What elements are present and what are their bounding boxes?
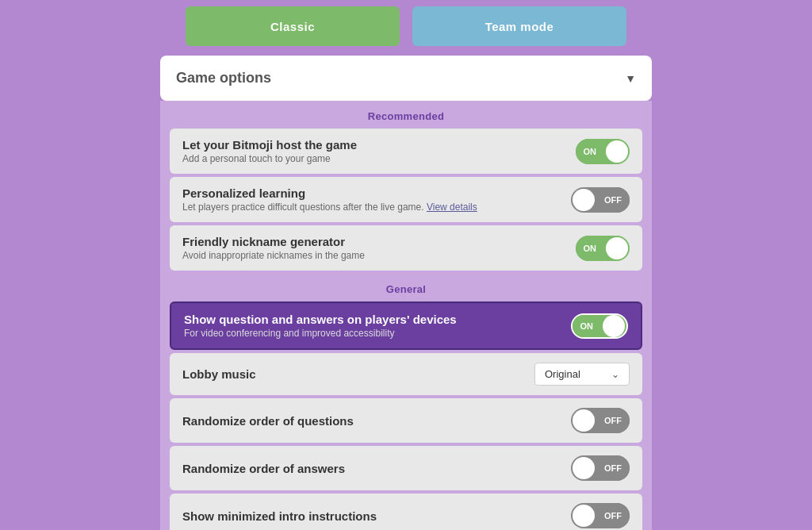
toggle-thumb: [606, 237, 628, 259]
recommended-section-label: Recommended: [160, 101, 652, 129]
lobby-music-title: Lobby music: [182, 367, 256, 381]
toggle-off-label: OFF: [596, 503, 630, 528]
personalized-toggle[interactable]: OFF: [571, 187, 630, 213]
randomize-questions-title: Randomize order of questions: [182, 414, 571, 428]
show-questions-subtitle: For video conferencing and improved acce…: [184, 328, 571, 339]
toggle-on-label: ON: [576, 236, 605, 261]
nickname-option-row: Friendly nickname generator Avoid inappr…: [170, 225, 642, 271]
lobby-music-dropdown[interactable]: Original ⌄: [534, 363, 630, 386]
toggle-off-label: OFF: [596, 408, 630, 433]
toggle-thumb: [573, 457, 595, 479]
bitmoji-subtitle: Add a personal touch to your game: [182, 153, 576, 164]
toggle-thumb: [573, 409, 595, 432]
bitmoji-toggle[interactable]: ON: [576, 139, 630, 164]
randomize-answers-title: Randomize order of answers: [182, 462, 571, 475]
personalized-option-row: Personalized learning Let players practi…: [170, 177, 642, 222]
minimized-intro-toggle[interactable]: OFF: [571, 503, 630, 528]
toggle-on-label: ON: [576, 139, 605, 164]
show-questions-title: Show question and answers on players' de…: [184, 313, 571, 326]
personalized-subtitle: Let players practice difficult questions…: [182, 202, 571, 213]
toggle-thumb: [573, 505, 595, 527]
personalized-title: Personalized learning: [182, 186, 571, 200]
bitmoji-title: Let your Bitmoji host the game: [182, 138, 576, 152]
game-options-header[interactable]: Game options ▼: [160, 56, 652, 101]
toggle-off-label: OFF: [596, 187, 630, 213]
show-questions-toggle[interactable]: ON: [571, 313, 629, 339]
main-container: Classic Team mode Game options ▼ Recomme…: [160, 6, 652, 530]
lobby-music-row: Lobby music Original ⌄: [170, 353, 642, 395]
randomize-answers-toggle[interactable]: OFF: [571, 455, 630, 481]
show-questions-option-row: Show question and answers on players' de…: [170, 301, 642, 350]
chevron-down-icon: ⌄: [611, 369, 619, 380]
randomize-questions-row: Randomize order of questions OFF: [170, 398, 642, 443]
bitmoji-option-row: Let your Bitmoji host the game Add a per…: [170, 129, 642, 174]
toggle-thumb: [573, 189, 595, 211]
randomize-questions-toggle[interactable]: OFF: [571, 408, 630, 433]
minimized-intro-row: Show minimized intro instructions OFF: [170, 494, 642, 530]
toggle-off-label: OFF: [596, 455, 630, 481]
mode-buttons: Classic Team mode: [160, 6, 652, 46]
toggle-thumb: [606, 140, 628, 163]
classic-button[interactable]: Classic: [186, 6, 400, 46]
minimized-intro-title: Show minimized intro instructions: [182, 509, 571, 523]
lobby-music-value: Original: [545, 368, 580, 380]
view-details-link[interactable]: View details: [427, 202, 477, 213]
nickname-subtitle: Avoid inappropriate nicknames in the gam…: [182, 250, 576, 261]
toggle-thumb: [603, 315, 625, 337]
team-mode-button[interactable]: Team mode: [412, 6, 626, 46]
nickname-toggle[interactable]: ON: [576, 236, 630, 261]
options-panel: Recommended Let your Bitmoji host the ga…: [160, 101, 652, 530]
toggle-on-label: ON: [573, 315, 602, 337]
randomize-answers-row: Randomize order of answers OFF: [170, 446, 642, 490]
nickname-title: Friendly nickname generator: [182, 235, 576, 248]
chevron-down-icon: ▼: [625, 72, 636, 85]
game-options-title: Game options: [176, 70, 271, 86]
general-section-label: General: [160, 274, 652, 301]
